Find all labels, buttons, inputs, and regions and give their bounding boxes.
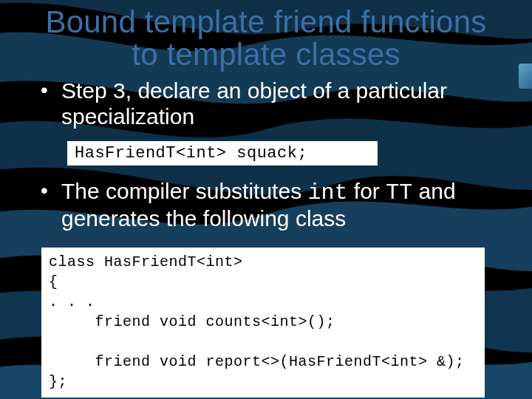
code-block-snippet: class HasFriendT<int> { . . . friend voi… — [41, 248, 485, 398]
code-inline-snippet: HasFriendT<int> squack; — [67, 141, 378, 166]
bullet-2-text-mid: for — [348, 179, 386, 203]
bullet-item-1: Step 3, declare an object of a particula… — [41, 78, 491, 129]
bullet-2-code-tt: TT — [386, 180, 412, 205]
bullet-2-text-pre: The compiler substitutes — [61, 179, 307, 203]
bullet-list-2: The compiler substitutes int for TT and … — [41, 179, 491, 231]
bullet-2-code-int: int — [307, 180, 347, 205]
slide: Bound template friend functions to templ… — [0, 0, 532, 399]
side-tab-decoration — [519, 64, 532, 89]
bullet-1-text: Step 3, declare an object of a particula… — [61, 78, 447, 129]
slide-title: Bound template friend functions to templ… — [41, 6, 491, 71]
bullet-list: Step 3, declare an object of a particula… — [41, 78, 491, 129]
bullet-item-2: The compiler substitutes int for TT and … — [41, 179, 491, 231]
content-area: Bound template friend functions to templ… — [0, 0, 532, 231]
